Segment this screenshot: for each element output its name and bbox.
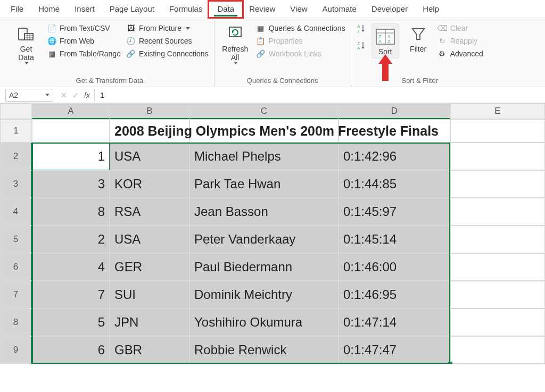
cell-D4[interactable]: 0:1:45:97 bbox=[338, 198, 450, 226]
menu-item-formulas[interactable]: Formulas bbox=[162, 1, 210, 16]
cell-B6[interactable]: GER bbox=[110, 253, 189, 281]
row-header-6[interactable]: 6 bbox=[0, 253, 32, 281]
name-box[interactable]: A2 bbox=[5, 89, 53, 102]
recent-sources-button[interactable]: 🕘Recent Sources bbox=[126, 36, 209, 46]
cell-D7[interactable]: 0:1:46:95 bbox=[338, 281, 450, 308]
existing-connections-label: Existing Connections bbox=[139, 49, 209, 58]
reapply-label: Reapply bbox=[450, 37, 477, 45]
advanced-button[interactable]: ⚙Advanced bbox=[437, 49, 483, 59]
row-header-3[interactable]: 3 bbox=[0, 170, 32, 198]
cell-E3[interactable] bbox=[450, 170, 545, 198]
menu-item-data[interactable]: Data bbox=[210, 1, 242, 16]
cell-E8[interactable] bbox=[450, 308, 545, 336]
row-header-8[interactable]: 8 bbox=[0, 308, 32, 336]
menu-item-review[interactable]: Review bbox=[242, 1, 283, 16]
cell-A4[interactable]: 8 bbox=[32, 198, 110, 226]
queries-connections-button[interactable]: ▤Queries & Connections bbox=[256, 23, 345, 33]
menu-item-automate[interactable]: Automate bbox=[315, 1, 364, 16]
cell-B5[interactable]: USA bbox=[110, 226, 189, 253]
column-header-B[interactable]: B bbox=[110, 103, 189, 119]
cell-C3[interactable]: Park Tae Hwan bbox=[189, 170, 338, 198]
cell-B7[interactable]: SUI bbox=[110, 281, 189, 308]
from-picture-button[interactable]: 🖼From Picture bbox=[126, 23, 209, 33]
cell-B8[interactable]: JPN bbox=[110, 308, 189, 336]
cell-D6[interactable]: 0:1:46:00 bbox=[338, 253, 450, 281]
svg-text:A: A bbox=[378, 39, 382, 44]
row-header-1[interactable]: 1 bbox=[0, 119, 32, 143]
cell-B2[interactable]: USA bbox=[110, 143, 189, 170]
cell-A8[interactable]: 5 bbox=[32, 308, 110, 336]
cell-E1[interactable] bbox=[450, 119, 545, 143]
cancel-formula-button[interactable]: ✕ bbox=[61, 91, 67, 99]
cell-C9[interactable]: Robbie Renwick bbox=[189, 336, 338, 364]
row-header-9[interactable]: 9 bbox=[0, 336, 32, 364]
svg-text:Z: Z bbox=[357, 41, 360, 46]
cell-A2[interactable]: 1 bbox=[32, 143, 110, 170]
cell-A7[interactable]: 7 bbox=[32, 281, 110, 308]
cell-B9[interactable]: GBR bbox=[110, 336, 189, 364]
cell-E4[interactable] bbox=[450, 198, 545, 226]
cell-D2[interactable]: 0:1:42:96 bbox=[338, 143, 450, 170]
cell-E7[interactable] bbox=[450, 281, 545, 308]
menu-item-home[interactable]: Home bbox=[31, 1, 67, 16]
title-cell[interactable]: 2008 Beijing Olympics Men's 200m Freesty… bbox=[110, 119, 189, 143]
formula-input[interactable] bbox=[94, 89, 545, 102]
sort-desc-button[interactable]: ZA bbox=[357, 40, 366, 50]
cell-B4[interactable]: RSA bbox=[110, 198, 189, 226]
cell-D9[interactable]: 0:1:47:47 bbox=[338, 336, 450, 364]
properties-button: 📋Properties bbox=[256, 36, 345, 46]
fx-icon[interactable]: fx bbox=[84, 91, 90, 99]
cell-A9[interactable]: 6 bbox=[32, 336, 110, 364]
refresh-all-button[interactable]: Refresh All bbox=[220, 23, 251, 64]
row-header-5[interactable]: 5 bbox=[0, 226, 32, 253]
cell-E9[interactable] bbox=[450, 336, 545, 364]
cell-E2[interactable] bbox=[450, 143, 545, 170]
clear-button: ⌫Clear bbox=[437, 23, 483, 33]
menu-item-help[interactable]: Help bbox=[415, 1, 447, 16]
cell-D5[interactable]: 0:1:45:14 bbox=[338, 226, 450, 253]
from-table-range-button[interactable]: ▦From Table/Range bbox=[47, 49, 121, 59]
from-text-csv-label: From Text/CSV bbox=[60, 24, 110, 32]
cell-A1[interactable] bbox=[32, 119, 110, 143]
cell-D3[interactable]: 0:1:44:85 bbox=[338, 170, 450, 198]
cell-B3[interactable]: KOR bbox=[110, 170, 189, 198]
menu-item-file[interactable]: File bbox=[3, 1, 31, 16]
cell-C7[interactable]: Dominik Meichtry bbox=[189, 281, 338, 308]
existing-connections-button[interactable]: 🔗Existing Connections bbox=[126, 49, 209, 59]
cell-C8[interactable]: Yoshihiro Okumura bbox=[189, 308, 338, 336]
enter-formula-button[interactable]: ✓ bbox=[72, 91, 79, 99]
row-header-2[interactable]: 2 bbox=[0, 143, 32, 170]
cell-D8[interactable]: 0:1:47:14 bbox=[338, 308, 450, 336]
cell-E6[interactable] bbox=[450, 253, 545, 281]
selection-fill-handle[interactable] bbox=[448, 362, 452, 364]
column-header-E[interactable]: E bbox=[450, 103, 545, 119]
sort-button[interactable]: ZAAZ Sort bbox=[371, 23, 399, 59]
column-header-C[interactable]: C bbox=[189, 103, 338, 119]
cell-C4[interactable]: Jean Basson bbox=[189, 198, 338, 226]
cell-A5[interactable]: 2 bbox=[32, 226, 110, 253]
ribbon-group-queries: Refresh All ▤Queries & Connections 📋Prop… bbox=[214, 20, 351, 87]
filter-button[interactable]: Filter bbox=[404, 23, 432, 53]
cell-A6[interactable]: 4 bbox=[32, 253, 110, 281]
svg-rect-1 bbox=[24, 34, 33, 40]
get-data-button[interactable]: Get Data bbox=[11, 23, 42, 64]
from-web-button[interactable]: 🌐From Web bbox=[47, 36, 121, 46]
cell-C6[interactable]: Paul Biedermann bbox=[189, 253, 338, 281]
row-header-4[interactable]: 4 bbox=[0, 198, 32, 226]
cell-E5[interactable] bbox=[450, 226, 545, 253]
menu-item-insert[interactable]: Insert bbox=[67, 1, 102, 16]
cell-A3[interactable]: 3 bbox=[32, 170, 110, 198]
column-header-A[interactable]: A bbox=[32, 103, 110, 119]
sort-asc-button[interactable]: AZ bbox=[357, 23, 366, 33]
queries-label: Queries & Connections bbox=[269, 24, 345, 32]
cell-C5[interactable]: Peter Vanderkaay bbox=[189, 226, 338, 253]
row-header-7[interactable]: 7 bbox=[0, 281, 32, 308]
cell-C2[interactable]: Michael Phelps bbox=[189, 143, 338, 170]
column-header-D[interactable]: D bbox=[338, 103, 450, 119]
select-all-corner[interactable] bbox=[0, 103, 32, 119]
spreadsheet: ABCDE12008 Beijing Olympics Men's 200m F… bbox=[0, 103, 545, 364]
menu-item-view[interactable]: View bbox=[283, 1, 315, 16]
menu-item-developer[interactable]: Developer bbox=[364, 1, 415, 16]
from-text-csv-button[interactable]: 📄From Text/CSV bbox=[47, 23, 121, 33]
menu-item-page-layout[interactable]: Page Layout bbox=[102, 1, 162, 16]
